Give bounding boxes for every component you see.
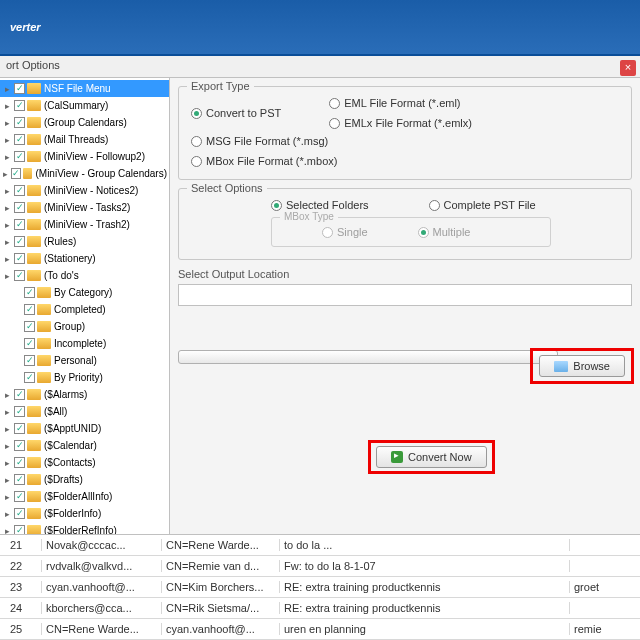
tree-item[interactable]: ▸✓(CalSummary) xyxy=(0,97,169,114)
mbox-type-title: MBox Type xyxy=(280,211,338,222)
tree-item-label: ($FolderRefInfo) xyxy=(44,525,117,534)
tree-item-label: ($Contacts) xyxy=(44,457,96,468)
tree-item[interactable]: ▸✓(MiniView - Followup2) xyxy=(0,148,169,165)
radio-mbox-single: Single xyxy=(322,226,368,238)
tree-item[interactable]: ▸✓(Stationery) xyxy=(0,250,169,267)
folder-icon xyxy=(37,372,51,383)
export-type-group: Export Type Convert to PST EML File Form… xyxy=(178,86,632,180)
folder-icon xyxy=(27,457,41,468)
tree-item[interactable]: ✓Completed) xyxy=(0,301,169,318)
tree-item-label: By Category) xyxy=(54,287,112,298)
tree-item-label: By Priority) xyxy=(54,372,103,383)
select-options-group: Select Options Selected Folders Complete… xyxy=(178,188,632,260)
results-grid[interactable]: 21Novak@cccac...CN=Rene Warde...to do la… xyxy=(0,534,640,640)
toolbar: ort Options xyxy=(0,56,640,78)
tree-item[interactable]: ▸✓(MiniView - Tasks2) xyxy=(0,199,169,216)
browse-button[interactable]: Browse xyxy=(539,355,625,377)
convert-now-button[interactable]: Convert Now xyxy=(376,446,487,468)
tree-item-label: Completed) xyxy=(54,304,106,315)
folder-icon xyxy=(37,287,51,298)
tree-item[interactable]: ▸✓($FolderRefInfo) xyxy=(0,522,169,534)
tree-item-label: NSF File Menu xyxy=(44,83,111,94)
table-row[interactable]: 22rvdvalk@valkvd...CN=Remie van d...Fw: … xyxy=(0,556,640,577)
radio-mbox-multiple: Multiple xyxy=(418,226,471,238)
tree-item[interactable]: ▸✓($All) xyxy=(0,403,169,420)
options-panel: Export Type Convert to PST EML File Form… xyxy=(170,78,640,534)
radio-convert-pst[interactable]: Convert to PST xyxy=(191,107,281,119)
table-row[interactable]: 23cyan.vanhooft@...CN=Kim Borchers...RE:… xyxy=(0,577,640,598)
close-icon[interactable]: × xyxy=(620,60,636,76)
tree-item[interactable]: ▸✓($Calendar) xyxy=(0,437,169,454)
folder-icon xyxy=(27,406,41,417)
folder-icon xyxy=(27,202,41,213)
folder-icon xyxy=(27,117,41,128)
tree-item[interactable]: ✓By Priority) xyxy=(0,369,169,386)
progress-bar xyxy=(178,350,558,364)
folder-icon xyxy=(27,219,41,230)
radio-eml[interactable]: EML File Format (*.eml) xyxy=(329,97,472,109)
folder-icon xyxy=(37,355,51,366)
folder-icon xyxy=(27,100,41,111)
tree-item-label: (MiniView - Notices2) xyxy=(44,185,138,196)
tree-item-label: ($All) xyxy=(44,406,67,417)
tree-item[interactable]: ✓Incomplete) xyxy=(0,335,169,352)
tree-item-label: (Mail Threads) xyxy=(44,134,108,145)
tree-item[interactable]: ✓Personal) xyxy=(0,352,169,369)
tree-item[interactable]: ▸✓($Alarms) xyxy=(0,386,169,403)
folder-icon xyxy=(27,253,41,264)
app-title: verter xyxy=(10,21,41,33)
toolbar-label: ort Options xyxy=(6,59,60,71)
output-location-input[interactable] xyxy=(178,284,632,306)
title-bar: verter xyxy=(0,0,640,56)
radio-complete-pst[interactable]: Complete PST File xyxy=(429,199,536,211)
tree-item[interactable]: ▸✓(MiniView - Group Calendars) xyxy=(0,165,169,182)
tree-item[interactable]: ▸✓(MiniView - Trash2) xyxy=(0,216,169,233)
tree-item[interactable]: ▸✓(Group Calendars) xyxy=(0,114,169,131)
tree-item[interactable]: ▸✓($FolderInfo) xyxy=(0,505,169,522)
tree-item[interactable]: ▸✓(MiniView - Notices2) xyxy=(0,182,169,199)
tree-item[interactable]: ✓By Category) xyxy=(0,284,169,301)
tree-item-label: (MiniView - Followup2) xyxy=(44,151,145,162)
folder-tree[interactable]: ▸✓NSF File Menu▸✓(CalSummary)▸✓(Group Ca… xyxy=(0,78,170,534)
tree-item-label: ($ApptUNID) xyxy=(44,423,101,434)
tree-item-label: (MiniView - Group Calendars) xyxy=(35,168,167,179)
export-type-title: Export Type xyxy=(187,80,254,92)
tree-item-label: ($FolderAllInfo) xyxy=(44,491,112,502)
tree-item-label: (Stationery) xyxy=(44,253,96,264)
tree-item[interactable]: ▸✓($FolderAllInfo) xyxy=(0,488,169,505)
tree-item[interactable]: ▸✓($ApptUNID) xyxy=(0,420,169,437)
radio-msg[interactable]: MSG File Format (*.msg) xyxy=(191,135,337,147)
folder-icon xyxy=(27,525,41,534)
radio-emlx[interactable]: EMLx File Format (*.emlx) xyxy=(329,117,472,129)
tree-item-label: ($Drafts) xyxy=(44,474,83,485)
tree-item[interactable]: ▸✓($Contacts) xyxy=(0,454,169,471)
table-row[interactable]: 21Novak@cccac...CN=Rene Warde...to do la… xyxy=(0,535,640,556)
folder-icon xyxy=(27,236,41,247)
radio-selected-folders[interactable]: Selected Folders xyxy=(271,199,369,211)
tree-item[interactable]: ✓Group) xyxy=(0,318,169,335)
convert-highlight: Convert Now xyxy=(368,440,495,474)
folder-icon xyxy=(37,304,51,315)
tree-item-label: Incomplete) xyxy=(54,338,106,349)
tree-item[interactable]: ▸✓($Drafts) xyxy=(0,471,169,488)
folder-icon xyxy=(27,134,41,145)
tree-item[interactable]: ▸✓(To do's xyxy=(0,267,169,284)
table-row[interactable]: 24kborchers@cca...CN=Rik Sietsma/...RE: … xyxy=(0,598,640,619)
tree-item-label: Personal) xyxy=(54,355,97,366)
tree-item[interactable]: ▸✓NSF File Menu xyxy=(0,80,169,97)
browse-highlight: Browse xyxy=(530,348,634,384)
folder-icon xyxy=(27,185,41,196)
tree-item-label: Group) xyxy=(54,321,85,332)
tree-item-label: (MiniView - Tasks2) xyxy=(44,202,130,213)
folder-icon xyxy=(37,338,51,349)
tree-item-label: ($FolderInfo) xyxy=(44,508,101,519)
folder-icon xyxy=(27,423,41,434)
tree-item[interactable]: ▸✓(Rules) xyxy=(0,233,169,250)
radio-mbox[interactable]: MBox File Format (*.mbox) xyxy=(191,155,337,167)
folder-icon xyxy=(27,270,41,281)
tree-item-label: (Group Calendars) xyxy=(44,117,127,128)
tree-item-label: (To do's xyxy=(44,270,79,281)
table-row[interactable]: 25CN=Rene Warde...cyan.vanhooft@...uren … xyxy=(0,619,640,640)
tree-item[interactable]: ▸✓(Mail Threads) xyxy=(0,131,169,148)
tree-item-label: (Rules) xyxy=(44,236,76,247)
